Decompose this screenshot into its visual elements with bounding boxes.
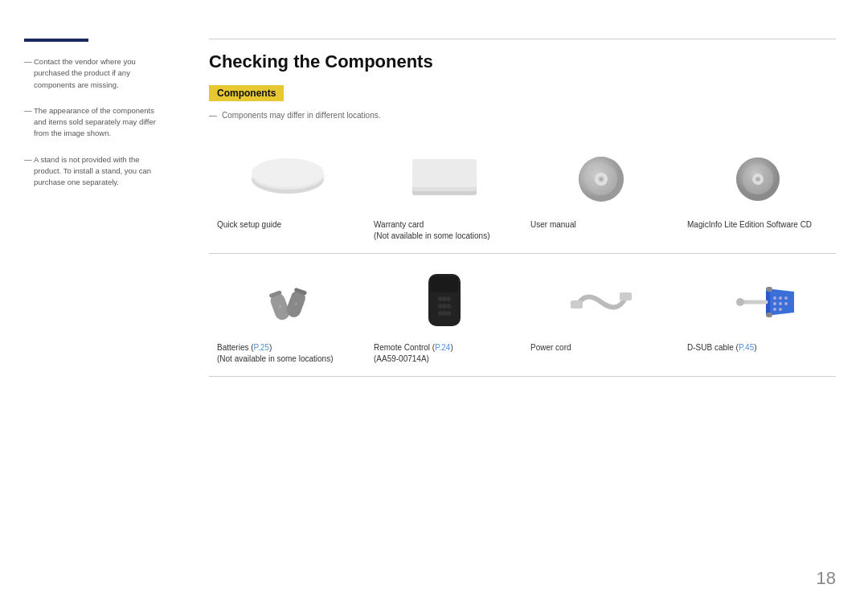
dsub-cable-link[interactable]: P.45 — [739, 343, 754, 352]
batteries-link[interactable]: P.25 — [254, 343, 269, 352]
item-user-manual: User manual — [522, 139, 679, 254]
item-magicinfo-cd: MagicInfo Lite Edition Software CD — [679, 139, 836, 254]
components-note: Components may differ in different locat… — [209, 111, 836, 120]
batteries-label: Batteries (P.25) (Not available in some … — [217, 342, 334, 365]
item-batteries: + + Batteries (P.25) (Not available in s… — [209, 262, 366, 377]
items-grid-row2: + + Batteries (P.25) (Not available in s… — [209, 262, 836, 377]
sidebar-top-bar — [24, 39, 88, 42]
remote-control-link[interactable]: P.24 — [435, 343, 450, 352]
svg-point-46 — [779, 308, 782, 311]
power-cord-image — [530, 270, 671, 334]
svg-rect-35 — [571, 300, 583, 309]
sidebar-notes: Contact the vendor where you purchased t… — [24, 56, 161, 188]
svg-rect-25 — [431, 276, 458, 292]
svg-rect-48 — [766, 287, 772, 292]
quick-setup-guide-image — [217, 147, 358, 211]
item-warranty-card: Warranty card (Not available in some loc… — [366, 139, 522, 254]
svg-rect-36 — [620, 292, 632, 300]
svg-point-32 — [442, 296, 447, 301]
magicinfo-cd-image — [687, 147, 828, 211]
magicinfo-cd-label: MagicInfo Lite Edition Software CD — [687, 219, 812, 231]
item-power-cord: Power cord — [522, 262, 679, 377]
svg-rect-49 — [766, 313, 772, 317]
svg-point-45 — [773, 308, 776, 311]
svg-point-41 — [784, 296, 788, 300]
remote-control-label: Remote Control (P.24) (AA59-00714A) — [374, 342, 453, 365]
svg-marker-37 — [766, 288, 794, 316]
svg-point-39 — [773, 296, 776, 300]
power-cord-label: Power cord — [530, 342, 571, 353]
page-number: 18 — [817, 568, 836, 589]
svg-rect-5 — [412, 159, 477, 187]
svg-point-33 — [442, 304, 447, 309]
warranty-card-label: Warranty card (Not available in some loc… — [374, 219, 490, 242]
item-dsub-cable: D-SUB cable (P.45) — [679, 262, 836, 377]
sidebar: Contact the vendor where you purchased t… — [0, 0, 177, 613]
main-top-bar — [209, 39, 836, 39]
quick-setup-guide-label: Quick setup guide — [217, 219, 281, 231]
svg-point-47 — [736, 298, 744, 306]
svg-point-2 — [252, 158, 324, 187]
svg-point-42 — [773, 302, 776, 305]
remote-control-image — [374, 270, 514, 334]
user-manual-image — [530, 147, 671, 211]
dsub-cable-image — [687, 270, 828, 334]
sidebar-note-3: A stand is not provided with the product… — [24, 154, 161, 189]
items-grid-row1: Quick setup guide Warranty card (Not ava… — [209, 139, 836, 254]
page-title: Checking the Components — [209, 51, 836, 72]
item-quick-setup-guide: Quick setup guide — [209, 139, 366, 254]
sidebar-note-1: Contact the vendor where you purchased t… — [24, 56, 161, 91]
svg-point-40 — [779, 296, 782, 300]
svg-point-11 — [600, 178, 603, 181]
warranty-card-image — [374, 147, 514, 211]
svg-point-34 — [442, 311, 447, 316]
batteries-image: + + — [217, 270, 358, 334]
sidebar-note-2: The appearance of the components and ite… — [24, 105, 161, 140]
user-manual-label: User manual — [530, 219, 576, 231]
main-content: Checking the Components Components Compo… — [177, 0, 868, 613]
svg-point-43 — [779, 302, 782, 305]
svg-point-17 — [756, 178, 759, 181]
item-remote-control: Remote Control (P.24) (AA59-00714A) — [366, 262, 522, 377]
svg-point-44 — [784, 302, 788, 305]
dsub-cable-label: D-SUB cable (P.45) — [687, 342, 757, 353]
section-badge: Components — [209, 85, 284, 101]
